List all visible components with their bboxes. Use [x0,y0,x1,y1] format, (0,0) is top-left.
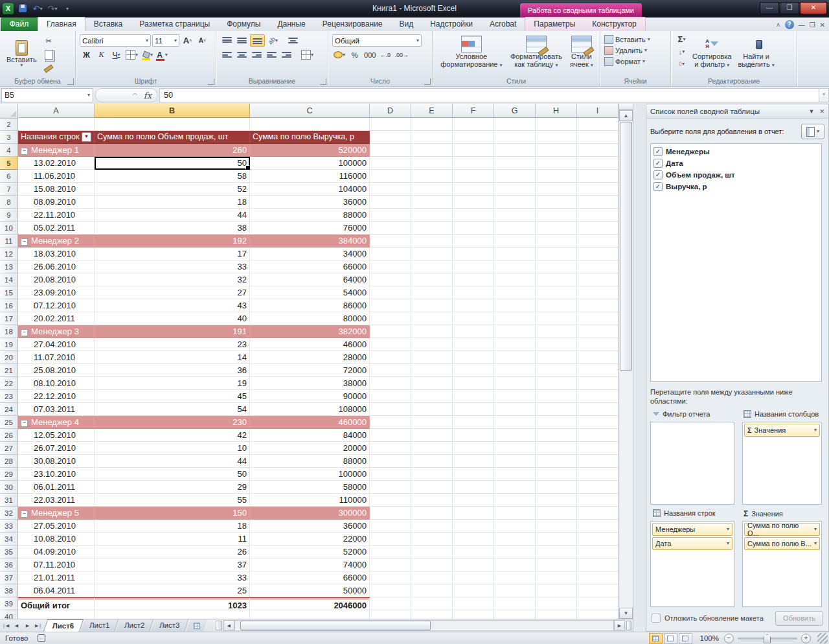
increase-decimal-button[interactable]: ←.0 [378,49,392,60]
cell-H6[interactable] [536,170,577,183]
field-list-item-Менеджеры[interactable]: ✓Менеджеры [651,146,821,157]
minimize-window-button[interactable]: — [760,2,779,14]
insert-cells-button[interactable]: Вставить▾ [604,34,668,45]
bold-button[interactable]: Ж [80,49,93,60]
cell-B30[interactable]: 29 [95,481,250,494]
tab-Вставка[interactable]: Вставка [85,17,131,30]
cell-G30[interactable] [494,481,536,494]
cell-G8[interactable] [494,196,536,209]
cell-F3[interactable] [453,131,494,144]
cell-H7[interactable] [536,183,577,196]
cell-F20[interactable] [453,351,494,364]
cell-A23[interactable]: 22.12.2010 [18,390,95,403]
row-header-37[interactable]: 37 [0,571,18,584]
scroll-down-button[interactable]: ▼ [619,608,633,619]
cell-E8[interactable] [411,196,453,209]
decrease-indent-button[interactable] [265,49,278,60]
tab-Формулы[interactable]: Формулы [218,17,269,30]
cell-G20[interactable] [494,351,536,364]
cell-D7[interactable] [370,183,411,196]
cell-E18[interactable] [411,325,453,338]
columns-area-item[interactable]: ΣЗначения▾ [744,424,820,437]
shrink-font-button[interactable]: A˅ [196,35,209,46]
cell-B28[interactable]: 44 [95,455,250,468]
cell-C8[interactable]: 36000 [250,196,370,209]
cell-E12[interactable] [411,247,453,260]
cell-H11[interactable] [536,235,577,247]
cell-H35[interactable] [536,546,577,558]
cell-H14[interactable] [536,273,577,286]
cell-C33[interactable]: 36000 [250,520,370,533]
cell-D36[interactable] [370,558,411,571]
cell-C13[interactable]: 66000 [250,260,370,273]
cell-C2[interactable] [250,118,370,131]
cell-D17[interactable] [370,312,411,325]
cell-B13[interactable]: 33 [95,260,250,273]
cell-I33[interactable] [577,520,619,533]
page-break-view-button[interactable] [679,633,692,644]
cell-F23[interactable] [453,390,494,403]
comma-style-button[interactable]: 000 [363,49,377,60]
cell-I4[interactable] [577,144,619,157]
cell-A35[interactable]: 04.09.2010 [18,546,95,558]
cell-E32[interactable] [411,507,453,520]
cell-A31[interactable]: 22.03.2011 [18,494,95,507]
cell-F21[interactable] [453,364,494,377]
cell-F19[interactable] [453,338,494,351]
cell-D4[interactable] [370,144,411,157]
cell-D25[interactable] [370,416,411,429]
cell-G19[interactable] [494,338,536,351]
cell-H26[interactable] [536,429,577,442]
cell-C26[interactable]: 84000 [250,429,370,442]
cell-H32[interactable] [536,507,577,520]
next-sheet-button[interactable]: ▶ [22,619,33,632]
cell-C4[interactable]: 520000 [250,144,370,157]
cell-G6[interactable] [494,170,536,183]
cell-I14[interactable] [577,273,619,286]
field-list-item-Выручка, р[interactable]: ✓Выручка, р [651,181,821,192]
column-header-I[interactable]: I [577,104,619,118]
tab-Данные[interactable]: Данные [269,17,313,30]
cell-C29[interactable]: 100000 [250,468,370,481]
cell-I22[interactable] [577,377,619,390]
checked-checkbox-icon[interactable]: ✓ [653,147,663,156]
cell-E24[interactable] [411,403,453,416]
cell-E13[interactable] [411,260,453,273]
cell-I10[interactable] [577,222,619,235]
cell-F22[interactable] [453,377,494,390]
prev-sheet-button[interactable]: ◀ [11,619,22,632]
cell-G12[interactable] [494,247,536,260]
collapse-group-button[interactable]: − [21,511,28,518]
cell-F10[interactable] [453,222,494,235]
align-right-button[interactable] [250,49,264,60]
cell-H31[interactable] [536,494,577,507]
cell-E31[interactable] [411,494,453,507]
cell-I11[interactable] [577,235,619,247]
cell-I36[interactable] [577,558,619,571]
cell-C22[interactable]: 38000 [250,377,370,390]
cell-B24[interactable]: 54 [95,403,250,416]
cell-F30[interactable] [453,481,494,494]
cell-H29[interactable] [536,468,577,481]
cell-G35[interactable] [494,546,536,558]
cell-I2[interactable] [577,118,619,131]
cell-B36[interactable]: 37 [95,558,250,571]
cell-C20[interactable]: 28000 [250,351,370,364]
cell-I32[interactable] [577,507,619,520]
pill-dropdown-icon[interactable]: ▾ [727,542,729,546]
cell-H39[interactable] [536,597,577,610]
cell-D15[interactable] [370,286,411,299]
cell-E28[interactable] [411,455,453,468]
first-sheet-button[interactable]: ❘◀ [0,619,11,632]
undo-button[interactable]: ↶▾ [32,3,43,14]
zoom-in-button[interactable]: + [801,634,811,643]
cell-D2[interactable] [370,118,411,131]
last-sheet-button[interactable]: ▶❘ [33,619,44,632]
cell-B17[interactable]: 40 [95,312,250,325]
cell-C18[interactable]: 382000 [250,325,370,338]
cell-F31[interactable] [453,494,494,507]
cell-D39[interactable] [370,597,411,610]
cell-I17[interactable] [577,312,619,325]
cell-I3[interactable] [577,131,619,144]
cell-H9[interactable] [536,209,577,222]
